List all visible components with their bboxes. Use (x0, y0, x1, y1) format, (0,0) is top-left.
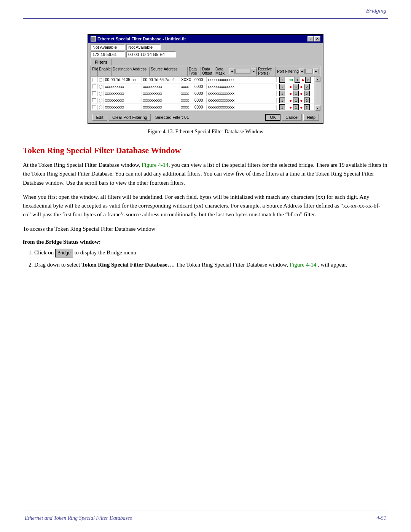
row1-radio-cell[interactable] (98, 78, 104, 82)
row3-port-filtering: ● 1 ● 2 (288, 90, 315, 97)
clear-port-filtering-button[interactable]: Clear Port Filtering (109, 114, 151, 121)
section-heading: Token Ring Special Filter Database Windo… (23, 145, 388, 155)
row5-checkbox[interactable] (92, 105, 96, 109)
th-dest: Destination Address (112, 67, 150, 76)
th-portfilter-scroll: Port Filtering ◄ ► (276, 67, 320, 76)
row4-receive: 1 (277, 97, 288, 104)
th-src: Source Address (150, 67, 188, 76)
row4-port2-dot: ● (300, 98, 303, 103)
table-header: File Enable Destination Address Source A… (91, 66, 320, 77)
info-row-2: 172.19.56.61 00-00-1D-14-B5-E4 (91, 51, 320, 58)
row2-receive: 1 (277, 83, 288, 90)
footer-left: Ethernet and Token Ring Special Filter D… (25, 515, 132, 521)
row1-mask: xxxxxxxxxxxxxx (207, 77, 277, 82)
figure-14-link-2[interactable]: Figure 4-14 (290, 262, 316, 268)
footer-right: 4-51 (376, 515, 386, 521)
row3-checkbox-cell[interactable] (91, 91, 98, 96)
bridge-button[interactable]: Bridge (55, 249, 73, 257)
paragraph-3: To access the Token Ring Special Filter … (23, 225, 388, 233)
content-area: Ethernet Special Filter Database - Untit… (23, 27, 388, 275)
row3-port-cell: ● 1 ● 2 (289, 91, 313, 96)
ethernet-filter-dialog: Ethernet Special Filter Database - Untit… (88, 34, 323, 124)
th-type: Data Type (188, 67, 201, 76)
row1-receive: 1 (277, 77, 288, 83)
row1-checkbox[interactable] (92, 78, 96, 82)
row5-port1-dot: ● (289, 105, 292, 110)
row5-radio-cell[interactable] (98, 105, 104, 110)
info-field-not-available-1: Not Available (91, 44, 125, 50)
step-2-text-after: The Token Ring Special Filter Database w… (176, 262, 289, 268)
row2-port-cell: ● 1 ● 2 (289, 84, 313, 89)
mask-scroll-right[interactable]: ► (251, 69, 256, 74)
row4-checkbox[interactable] (92, 98, 96, 102)
info-field-not-available-2: Not Available (126, 44, 161, 50)
row4-radio[interactable] (99, 99, 102, 102)
th-port-label: Port Filtering (277, 69, 299, 73)
row3-radio[interactable] (99, 92, 102, 96)
step-2: Drag down to select Token Ring Special F… (34, 260, 388, 269)
scroll-down-button[interactable]: ▼ (315, 105, 320, 111)
row5-offset: 0000 (193, 105, 207, 110)
row4-receive-badge: 1 (279, 97, 285, 103)
titlebar-buttons: ? ✕ (307, 36, 320, 42)
row2-port-filtering: ● 1 ● 2 (288, 83, 315, 90)
table-rows: 00-00-1d-9f-35-ba 00-00-1d-64-7a-c2 XXXX… (91, 77, 315, 111)
row2-radio-cell[interactable] (98, 85, 104, 89)
row2-checkbox-cell[interactable] (91, 84, 98, 89)
row4-src: xxxxxxxxxx (142, 98, 180, 103)
filters-tab-area: Filters (91, 59, 320, 65)
port-scrollbar[interactable] (305, 69, 313, 73)
row1-radio[interactable] (99, 78, 102, 82)
row1-checkbox-cell[interactable] (91, 77, 98, 82)
step-1: Click on Bridge to display the Bridge me… (34, 248, 388, 257)
ok-button[interactable]: OK (265, 114, 280, 121)
row4-radio-cell[interactable] (98, 98, 104, 103)
row4-mask: xxxxxxxxxxxxxx (207, 98, 277, 103)
row4-port-cell: ● 1 ● 2 (289, 97, 313, 103)
row5-radio[interactable] (99, 105, 102, 109)
row3-port1-badge: 1 (293, 91, 299, 96)
row5-checkbox-cell[interactable] (91, 105, 98, 110)
edit-button[interactable]: Edit (92, 114, 107, 121)
filters-tab[interactable]: Filters (91, 59, 112, 66)
close-button-titlebar[interactable]: ✕ (314, 36, 320, 42)
row3-checkbox[interactable] (92, 91, 96, 96)
row3-radio-cell[interactable] (98, 91, 104, 96)
row3-receive-badge: 1 (279, 91, 285, 96)
paragraph-1: At the Token Ring Special Filter Databas… (23, 161, 388, 187)
mask-scroll-left[interactable]: ◄ (229, 69, 235, 74)
help-button[interactable]: Help (303, 114, 319, 121)
th-file: File (91, 67, 98, 76)
row4-port2-badge: 2 (304, 97, 310, 103)
row1-src: 00-00-1d-64-7a-c2 (142, 77, 180, 82)
table-scrollbar: ▲ ▼ (315, 77, 320, 111)
figure-14-link-1[interactable]: Figure 4-14 (142, 162, 168, 168)
header-rule (23, 18, 388, 19)
row2-type: xxxx (180, 84, 193, 89)
row3-receive: 1 (277, 90, 288, 97)
table-row: xxxxxxxxxx xxxxxxxxxx xxxx 0000 xxxxxxxx… (91, 90, 315, 97)
row4-port1-badge: 1 (293, 97, 299, 103)
row2-receive-badge: 1 (279, 84, 285, 89)
port-scroll-left[interactable]: ◄ (299, 69, 305, 74)
cancel-button[interactable]: Cancel (282, 114, 302, 121)
row4-offset: 0000 (193, 98, 207, 103)
figure-container: Ethernet Special Filter Database - Untit… (23, 34, 388, 135)
row2-offset: 0000 (193, 84, 207, 89)
port-scroll-right[interactable]: ► (313, 69, 319, 74)
mask-scrollbar[interactable] (235, 69, 250, 73)
row4-checkbox-cell[interactable] (91, 98, 98, 103)
scroll-up-button[interactable]: ▲ (315, 77, 320, 82)
row2-radio[interactable] (99, 85, 102, 89)
row2-mask: xxxxxxxxxxxxxx (207, 84, 277, 89)
th-receive: Receive Port(s) (257, 67, 276, 76)
info-row-1: Not Available Not Available (91, 44, 320, 50)
help-button-titlebar[interactable]: ? (307, 36, 314, 42)
step-2-text-end: , will appear. (318, 262, 347, 268)
table-row: xxxxxxxxxx xxxxxxxxxx xxxx 0000 xxxxxxxx… (91, 83, 315, 90)
row4-port1-dot: ● (289, 98, 292, 103)
row2-dest: xxxxxxxxxx (104, 84, 142, 89)
titlebar-title-area: Ethernet Special Filter Database - Untit… (91, 36, 186, 42)
dialog-footer: Edit Clear Port Filtering Selected Filte… (91, 112, 320, 122)
row2-checkbox[interactable] (92, 85, 96, 89)
